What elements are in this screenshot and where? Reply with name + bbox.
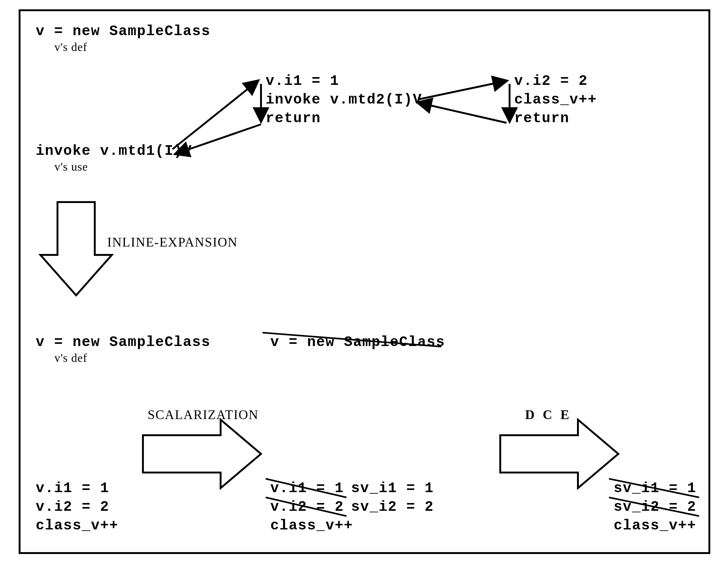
- block2-line3: return: [514, 110, 570, 127]
- bottom-right-struck1: sv_i1 = 1: [614, 480, 696, 497]
- block1-line1: v.i1 = 1: [266, 73, 339, 89]
- mid-declaration-struck: v = new SampleClass: [270, 334, 445, 351]
- top-declaration-note: v's def: [54, 40, 87, 54]
- bottom-center-struck2: v.i2 = 2: [270, 499, 344, 515]
- invoke-mtd1-note: v's use: [54, 160, 88, 174]
- bottom-center-repl2: sv_i2 = 2: [351, 499, 434, 515]
- step-dce: D C E: [525, 407, 572, 422]
- bottom-center-repl1: sv_i1 = 1: [351, 480, 434, 497]
- bottom-left-line2: v.i2 = 2: [36, 499, 109, 515]
- block1-line3: return: [266, 110, 321, 127]
- block2-line1: v.i2 = 2: [514, 73, 588, 89]
- block1-line2: invoke v.mtd2(I)V: [266, 92, 422, 108]
- top-declaration: v = new SampleClass: [36, 23, 211, 40]
- bottom-left-line1: v.i1 = 1: [36, 480, 109, 497]
- diagram-canvas: v = new SampleClass v's def invoke v.mtd…: [0, 0, 728, 563]
- diagram-frame: [19, 9, 710, 554]
- step-scalarization: SCALARIZATION: [148, 407, 259, 422]
- bottom-center-struck1: v.i1 = 1: [270, 480, 344, 497]
- step-inline-expansion: INLINE-EXPANSION: [107, 235, 238, 249]
- mid-declaration-note: v's def: [54, 351, 87, 365]
- bottom-right-struck2: sv_i2 = 2: [614, 499, 696, 515]
- invoke-mtd1: invoke v.mtd1(I)V: [36, 143, 192, 159]
- bottom-center-line3: class_v++: [270, 518, 353, 534]
- block2-line2: class_v++: [514, 92, 597, 108]
- bottom-right-line3: class_v++: [614, 518, 696, 534]
- mid-declaration: v = new SampleClass: [36, 334, 211, 351]
- bottom-left-line3: class_v++: [36, 518, 118, 534]
